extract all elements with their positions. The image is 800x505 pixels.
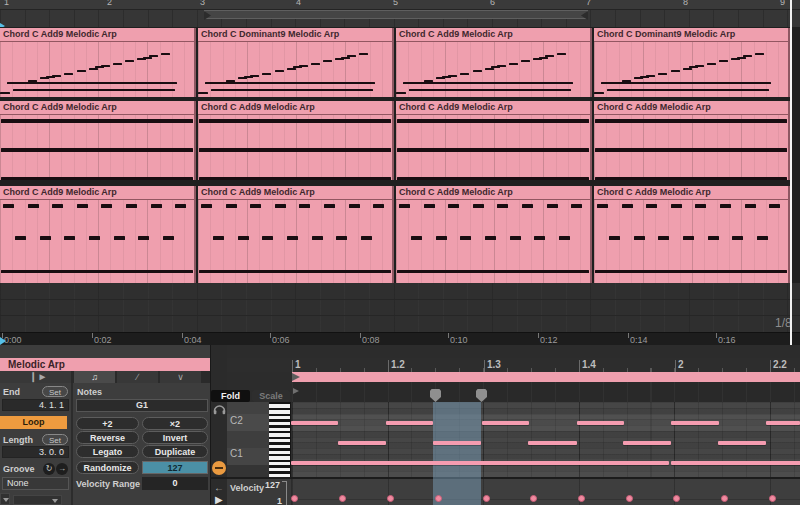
velocity-dot[interactable] [339,495,346,502]
midi-note[interactable] [766,421,800,425]
velocity-lane[interactable] [292,479,800,505]
arrangement-clip[interactable]: Chord C Add9 Melodic Arp [594,101,790,180]
piano-roll-ruler[interactable]: 11.21.31.422.2 [227,358,800,372]
arrangement-clip[interactable]: Chord C Dominant9 Melodic Arp [198,28,394,97]
legato-button[interactable]: Legato [76,445,139,458]
midi-note[interactable] [718,441,766,445]
invert-button[interactable]: Invert [142,431,208,444]
clip-note [658,236,669,240]
play-start-triangle-icon[interactable] [0,337,6,345]
play-triangle-icon[interactable]: ▶ [215,495,223,505]
time-label: 0:08 [362,335,380,345]
velocity-dot[interactable] [626,495,633,502]
duplicate-button[interactable]: Duplicate [142,445,208,458]
clip-note [311,63,320,65]
expression-v-icon: ∨ [177,372,184,382]
arrangement-loop-brace[interactable] [204,10,588,19]
headphone-preview-icon[interactable] [212,402,227,417]
clip-note [411,236,422,240]
end-value-field[interactable]: 4. 1. 1 [2,399,69,411]
tab-expression[interactable]: ∨ [160,371,201,383]
arrangement-clip[interactable]: Chord C Add9 Melodic Arp [198,186,394,283]
arrangement-clip[interactable]: Chord C Add9 Melodic Arp [594,186,790,283]
end-set-button[interactable]: Set [42,386,68,397]
midi-note[interactable] [291,421,338,425]
loop-end-notch [581,11,588,20]
fold-button[interactable]: Fold [211,390,250,402]
pitch-field[interactable]: G1 [76,399,208,412]
scrub-area[interactable] [0,10,800,27]
arrangement-clip[interactable]: Chord C Add9 Melodic Arp [198,101,394,180]
marker-lane[interactable] [292,382,800,402]
loop-pin-marker[interactable] [430,389,441,402]
bar-ruler[interactable]: 123456789 [0,0,800,10]
velocity-dot[interactable] [387,495,394,502]
midi-note[interactable] [291,461,669,465]
mini-chooser[interactable] [0,493,10,505]
draw-mode-icon[interactable] [212,461,226,475]
clip-overview-tab[interactable]: ❙► [0,371,71,383]
clip-note [323,60,332,62]
clip-title-label: Chord C Add9 Melodic Arp [0,186,194,200]
note-grid[interactable] [292,402,800,477]
groove-chooser[interactable]: None [2,477,69,490]
arrangement-clip[interactable]: Chord C Add9 Melodic Arp [0,28,196,97]
time-label: 0:12 [540,335,558,345]
midi-note[interactable] [433,441,481,445]
length-set-button[interactable]: Set [42,434,68,445]
groove-apply-icon[interactable]: → [56,463,68,475]
bank-chooser[interactable] [13,495,62,505]
velocity-dot[interactable] [435,495,442,502]
clip-title-label: Chord C Add9 Melodic Arp [198,186,392,200]
time-label: 0:04 [184,335,202,345]
clip-loop-bar[interactable] [292,372,800,382]
midi-note[interactable] [671,461,800,465]
clip-note-preview [0,200,194,283]
arrangement-clip[interactable]: Chord C Dominant9 Melodic Arp [594,28,790,97]
arrangement-clip[interactable]: Chord C Add9 Melodic Arp [396,28,592,97]
midi-note[interactable] [482,421,529,425]
loop-pin-marker[interactable] [476,389,487,402]
clip-title-bar[interactable]: Melodic Arp [0,358,210,371]
multiply2-button[interactable]: ×2 [142,417,208,430]
velocity-dot[interactable] [291,495,298,502]
scale-button[interactable]: Scale [252,390,290,402]
arrangement-clip[interactable]: Chord C Add9 Melodic Arp [396,186,592,283]
clip-note [1,148,193,152]
loop-start-triangle-icon [293,388,299,394]
velocity-range-bracket[interactable] [282,481,287,505]
length-value-field[interactable]: 3. 0. 0 [2,446,69,458]
arrangement-clip[interactable]: Chord C Add9 Melodic Arp [0,186,196,283]
midi-note[interactable] [386,421,433,425]
velocity-dot[interactable] [530,495,537,502]
beat-label: 1.3 [487,359,501,370]
time-ruler[interactable]: 0:000:020:040:060:080:100:120:140:16 [0,332,800,346]
randomize-value-field[interactable]: 127 [142,461,208,474]
arrangement-clip[interactable]: Chord C Add9 Melodic Arp [396,101,592,180]
clip-note [7,82,177,84]
velocity-dot[interactable] [483,495,490,502]
tab-notes[interactable]: ♫ [74,371,115,383]
velocity-dot[interactable] [673,495,680,502]
back-arrow-icon[interactable]: ← [214,483,224,493]
piano-keyboard[interactable] [269,402,291,477]
clip-note [595,148,787,152]
reverse-button[interactable]: Reverse [76,431,139,444]
tab-envelopes[interactable]: ∕ [117,371,158,383]
midi-note[interactable] [528,441,577,445]
loop-toggle-button[interactable]: Loop [0,416,67,429]
midi-note[interactable] [338,441,386,445]
midi-note[interactable] [577,421,624,425]
midi-note[interactable] [671,421,719,425]
velocity-range-field[interactable]: 0 [142,477,208,490]
velocity-dot[interactable] [721,495,728,502]
clip-note [287,68,296,70]
randomize-button[interactable]: Randomize [76,461,139,474]
velocity-dot[interactable] [769,495,776,502]
clip-note [646,75,655,77]
velocity-dot[interactable] [578,495,585,502]
arrangement-clip[interactable]: Chord C Add9 Melodic Arp [0,101,196,180]
groove-commit-icon[interactable]: ↻ [43,463,55,475]
transpose-plus2-button[interactable]: +2 [76,417,139,430]
midi-note[interactable] [623,441,671,445]
